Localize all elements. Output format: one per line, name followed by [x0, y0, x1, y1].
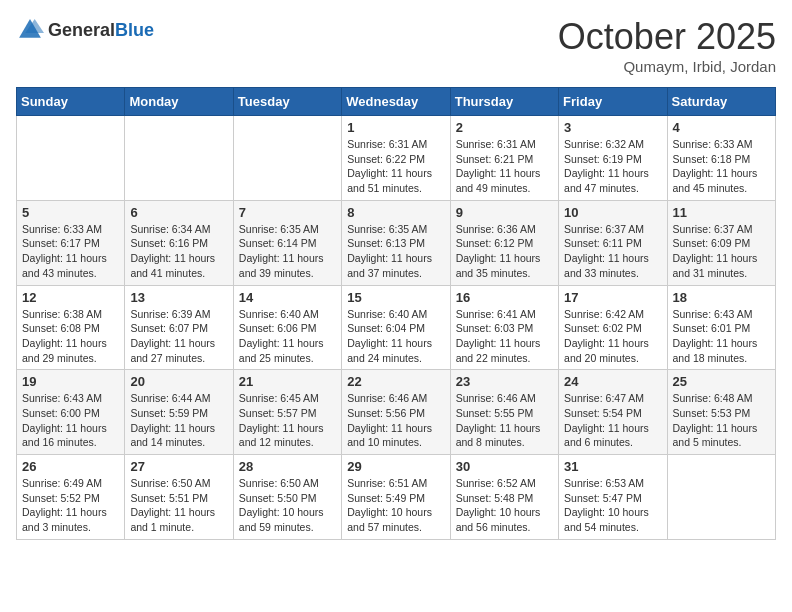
calendar-cell: 15Sunrise: 6:40 AM Sunset: 6:04 PM Dayli…: [342, 285, 450, 370]
calendar-cell: 24Sunrise: 6:47 AM Sunset: 5:54 PM Dayli…: [559, 370, 667, 455]
day-number: 14: [239, 290, 336, 305]
calendar-cell: 9Sunrise: 6:36 AM Sunset: 6:12 PM Daylig…: [450, 200, 558, 285]
day-header-friday: Friday: [559, 88, 667, 116]
calendar-cell: 12Sunrise: 6:38 AM Sunset: 6:08 PM Dayli…: [17, 285, 125, 370]
calendar-cell: 1Sunrise: 6:31 AM Sunset: 6:22 PM Daylig…: [342, 116, 450, 201]
calendar-cell: [17, 116, 125, 201]
day-number: 28: [239, 459, 336, 474]
calendar-cell: 21Sunrise: 6:45 AM Sunset: 5:57 PM Dayli…: [233, 370, 341, 455]
calendar-cell: 5Sunrise: 6:33 AM Sunset: 6:17 PM Daylig…: [17, 200, 125, 285]
calendar-cell: 28Sunrise: 6:50 AM Sunset: 5:50 PM Dayli…: [233, 455, 341, 540]
day-info: Sunrise: 6:50 AM Sunset: 5:51 PM Dayligh…: [130, 476, 227, 535]
day-number: 16: [456, 290, 553, 305]
day-header-tuesday: Tuesday: [233, 88, 341, 116]
day-info: Sunrise: 6:33 AM Sunset: 6:18 PM Dayligh…: [673, 137, 770, 196]
day-number: 20: [130, 374, 227, 389]
calendar-cell: 25Sunrise: 6:48 AM Sunset: 5:53 PM Dayli…: [667, 370, 775, 455]
month-title: October 2025: [558, 16, 776, 58]
calendar-cell: 22Sunrise: 6:46 AM Sunset: 5:56 PM Dayli…: [342, 370, 450, 455]
day-info: Sunrise: 6:52 AM Sunset: 5:48 PM Dayligh…: [456, 476, 553, 535]
logo: GeneralBlue: [16, 16, 154, 44]
calendar-week-3: 12Sunrise: 6:38 AM Sunset: 6:08 PM Dayli…: [17, 285, 776, 370]
calendar-week-2: 5Sunrise: 6:33 AM Sunset: 6:17 PM Daylig…: [17, 200, 776, 285]
day-number: 2: [456, 120, 553, 135]
day-number: 19: [22, 374, 119, 389]
day-number: 24: [564, 374, 661, 389]
calendar-cell: 10Sunrise: 6:37 AM Sunset: 6:11 PM Dayli…: [559, 200, 667, 285]
calendar-cell: [125, 116, 233, 201]
day-info: Sunrise: 6:43 AM Sunset: 6:00 PM Dayligh…: [22, 391, 119, 450]
day-header-thursday: Thursday: [450, 88, 558, 116]
day-info: Sunrise: 6:38 AM Sunset: 6:08 PM Dayligh…: [22, 307, 119, 366]
day-header-monday: Monday: [125, 88, 233, 116]
day-info: Sunrise: 6:35 AM Sunset: 6:13 PM Dayligh…: [347, 222, 444, 281]
day-number: 29: [347, 459, 444, 474]
day-info: Sunrise: 6:35 AM Sunset: 6:14 PM Dayligh…: [239, 222, 336, 281]
calendar-table: SundayMondayTuesdayWednesdayThursdayFrid…: [16, 87, 776, 540]
day-number: 6: [130, 205, 227, 220]
day-header-wednesday: Wednesday: [342, 88, 450, 116]
day-header-sunday: Sunday: [17, 88, 125, 116]
calendar-cell: [233, 116, 341, 201]
day-number: 31: [564, 459, 661, 474]
day-number: 4: [673, 120, 770, 135]
day-number: 15: [347, 290, 444, 305]
day-info: Sunrise: 6:44 AM Sunset: 5:59 PM Dayligh…: [130, 391, 227, 450]
day-number: 22: [347, 374, 444, 389]
logo-text-general: General: [48, 20, 115, 40]
day-info: Sunrise: 6:46 AM Sunset: 5:56 PM Dayligh…: [347, 391, 444, 450]
calendar-cell: 16Sunrise: 6:41 AM Sunset: 6:03 PM Dayli…: [450, 285, 558, 370]
day-number: 26: [22, 459, 119, 474]
day-info: Sunrise: 6:34 AM Sunset: 6:16 PM Dayligh…: [130, 222, 227, 281]
day-number: 13: [130, 290, 227, 305]
day-number: 8: [347, 205, 444, 220]
day-number: 25: [673, 374, 770, 389]
calendar-cell: 6Sunrise: 6:34 AM Sunset: 6:16 PM Daylig…: [125, 200, 233, 285]
calendar-week-4: 19Sunrise: 6:43 AM Sunset: 6:00 PM Dayli…: [17, 370, 776, 455]
calendar-cell: 17Sunrise: 6:42 AM Sunset: 6:02 PM Dayli…: [559, 285, 667, 370]
day-info: Sunrise: 6:31 AM Sunset: 6:21 PM Dayligh…: [456, 137, 553, 196]
title-block: October 2025 Qumaym, Irbid, Jordan: [558, 16, 776, 75]
day-info: Sunrise: 6:45 AM Sunset: 5:57 PM Dayligh…: [239, 391, 336, 450]
day-info: Sunrise: 6:49 AM Sunset: 5:52 PM Dayligh…: [22, 476, 119, 535]
day-info: Sunrise: 6:46 AM Sunset: 5:55 PM Dayligh…: [456, 391, 553, 450]
day-number: 23: [456, 374, 553, 389]
calendar-cell: 19Sunrise: 6:43 AM Sunset: 6:00 PM Dayli…: [17, 370, 125, 455]
calendar-cell: 26Sunrise: 6:49 AM Sunset: 5:52 PM Dayli…: [17, 455, 125, 540]
calendar-cell: 31Sunrise: 6:53 AM Sunset: 5:47 PM Dayli…: [559, 455, 667, 540]
calendar-cell: 3Sunrise: 6:32 AM Sunset: 6:19 PM Daylig…: [559, 116, 667, 201]
day-number: 30: [456, 459, 553, 474]
calendar-cell: 23Sunrise: 6:46 AM Sunset: 5:55 PM Dayli…: [450, 370, 558, 455]
day-number: 21: [239, 374, 336, 389]
day-number: 11: [673, 205, 770, 220]
day-info: Sunrise: 6:40 AM Sunset: 6:06 PM Dayligh…: [239, 307, 336, 366]
day-info: Sunrise: 6:51 AM Sunset: 5:49 PM Dayligh…: [347, 476, 444, 535]
day-number: 17: [564, 290, 661, 305]
calendar-cell: 20Sunrise: 6:44 AM Sunset: 5:59 PM Dayli…: [125, 370, 233, 455]
day-info: Sunrise: 6:42 AM Sunset: 6:02 PM Dayligh…: [564, 307, 661, 366]
calendar-cell: 2Sunrise: 6:31 AM Sunset: 6:21 PM Daylig…: [450, 116, 558, 201]
day-info: Sunrise: 6:39 AM Sunset: 6:07 PM Dayligh…: [130, 307, 227, 366]
day-number: 18: [673, 290, 770, 305]
day-number: 9: [456, 205, 553, 220]
day-info: Sunrise: 6:50 AM Sunset: 5:50 PM Dayligh…: [239, 476, 336, 535]
day-info: Sunrise: 6:43 AM Sunset: 6:01 PM Dayligh…: [673, 307, 770, 366]
calendar-cell: 30Sunrise: 6:52 AM Sunset: 5:48 PM Dayli…: [450, 455, 558, 540]
day-info: Sunrise: 6:33 AM Sunset: 6:17 PM Dayligh…: [22, 222, 119, 281]
day-info: Sunrise: 6:31 AM Sunset: 6:22 PM Dayligh…: [347, 137, 444, 196]
day-info: Sunrise: 6:47 AM Sunset: 5:54 PM Dayligh…: [564, 391, 661, 450]
calendar-cell: 11Sunrise: 6:37 AM Sunset: 6:09 PM Dayli…: [667, 200, 775, 285]
day-header-saturday: Saturday: [667, 88, 775, 116]
calendar-week-5: 26Sunrise: 6:49 AM Sunset: 5:52 PM Dayli…: [17, 455, 776, 540]
calendar-cell: 8Sunrise: 6:35 AM Sunset: 6:13 PM Daylig…: [342, 200, 450, 285]
day-info: Sunrise: 6:37 AM Sunset: 6:11 PM Dayligh…: [564, 222, 661, 281]
calendar-header-row: SundayMondayTuesdayWednesdayThursdayFrid…: [17, 88, 776, 116]
day-number: 12: [22, 290, 119, 305]
day-info: Sunrise: 6:53 AM Sunset: 5:47 PM Dayligh…: [564, 476, 661, 535]
calendar-cell: [667, 455, 775, 540]
location: Qumaym, Irbid, Jordan: [558, 58, 776, 75]
day-info: Sunrise: 6:32 AM Sunset: 6:19 PM Dayligh…: [564, 137, 661, 196]
day-number: 27: [130, 459, 227, 474]
day-info: Sunrise: 6:36 AM Sunset: 6:12 PM Dayligh…: [456, 222, 553, 281]
calendar-cell: 13Sunrise: 6:39 AM Sunset: 6:07 PM Dayli…: [125, 285, 233, 370]
